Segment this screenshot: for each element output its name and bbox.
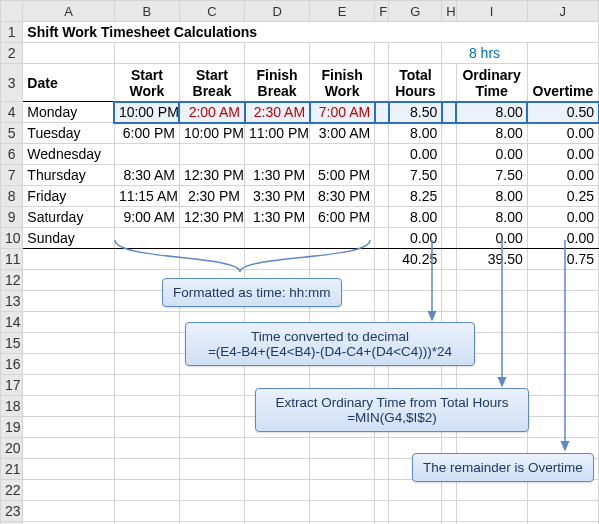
ordinary-cell[interactable]: 0.00 [456, 228, 527, 249]
row-header[interactable]: 12 [1, 270, 23, 291]
day-cell[interactable]: Thursday [23, 165, 115, 186]
cell[interactable] [23, 417, 115, 438]
cell[interactable] [23, 501, 115, 522]
day-cell[interactable]: Saturday [23, 207, 115, 228]
cell[interactable] [442, 123, 456, 144]
start-break-cell[interactable]: 10:00 PM [179, 123, 244, 144]
cell[interactable] [442, 64, 456, 102]
cell[interactable] [114, 333, 179, 354]
finish-break-cell[interactable]: 11:00 PM [245, 123, 310, 144]
cell[interactable] [114, 312, 179, 333]
cell[interactable] [23, 333, 115, 354]
cell[interactable] [114, 354, 179, 375]
cell[interactable] [527, 333, 598, 354]
start-work-cell[interactable]: 10:00 PM [114, 102, 179, 123]
cell[interactable] [245, 480, 310, 501]
ordinary-cell[interactable]: 8.00 [456, 102, 527, 123]
cell[interactable] [23, 375, 115, 396]
cell[interactable] [442, 102, 456, 123]
cell[interactable] [375, 123, 389, 144]
day-cell[interactable]: Sunday [23, 228, 115, 249]
row-header[interactable]: 7 [1, 165, 23, 186]
row-header[interactable]: 22 [1, 480, 23, 501]
cell[interactable] [310, 438, 375, 459]
cell[interactable] [375, 270, 389, 291]
row-header[interactable]: 21 [1, 459, 23, 480]
spreadsheet-grid[interactable]: A B C D E F G H I J 1Shift Work Timeshee… [0, 0, 599, 524]
cell[interactable] [114, 438, 179, 459]
row-header[interactable]: 5 [1, 123, 23, 144]
total-hours-cell[interactable]: 0.00 [389, 144, 442, 165]
finish-break-cell[interactable]: 2:30 AM [245, 102, 310, 123]
cell[interactable] [310, 249, 375, 270]
cell[interactable] [179, 43, 244, 64]
cell[interactable] [23, 249, 115, 270]
cell[interactable] [527, 43, 598, 64]
cell[interactable] [527, 270, 598, 291]
cell[interactable] [179, 375, 244, 396]
row-header[interactable]: 9 [1, 207, 23, 228]
cell[interactable] [527, 354, 598, 375]
cell[interactable] [456, 291, 527, 312]
cell[interactable] [23, 480, 115, 501]
cell[interactable] [245, 501, 310, 522]
cell[interactable] [527, 417, 598, 438]
day-cell[interactable]: Monday [23, 102, 115, 123]
cell[interactable] [245, 249, 310, 270]
row-header[interactable]: 23 [1, 501, 23, 522]
cell[interactable] [245, 438, 310, 459]
total-hours-cell[interactable]: 7.50 [389, 165, 442, 186]
cell[interactable] [375, 438, 389, 459]
cell[interactable] [442, 501, 456, 522]
cell[interactable] [375, 207, 389, 228]
cell[interactable] [456, 480, 527, 501]
col-header[interactable]: E [310, 1, 375, 22]
cell[interactable] [23, 312, 115, 333]
cell[interactable] [375, 459, 389, 480]
cell[interactable] [179, 417, 244, 438]
start-break-cell[interactable] [179, 144, 244, 165]
day-cell[interactable]: Friday [23, 186, 115, 207]
row-header[interactable]: 19 [1, 417, 23, 438]
cell[interactable] [527, 480, 598, 501]
cell[interactable] [375, 165, 389, 186]
cell[interactable] [310, 459, 375, 480]
overtime-cell[interactable]: 0.00 [527, 165, 598, 186]
col-header[interactable]: D [245, 1, 310, 22]
row-header[interactable]: 17 [1, 375, 23, 396]
col-header[interactable]: H [442, 1, 456, 22]
cell[interactable] [179, 438, 244, 459]
cell[interactable] [527, 375, 598, 396]
cell[interactable] [23, 354, 115, 375]
finish-work-cell[interactable] [310, 144, 375, 165]
cell[interactable] [114, 375, 179, 396]
cell[interactable] [442, 249, 456, 270]
day-cell[interactable]: Tuesday [23, 123, 115, 144]
start-break-cell[interactable] [179, 228, 244, 249]
cell[interactable] [442, 165, 456, 186]
start-work-cell[interactable] [114, 144, 179, 165]
cell[interactable] [23, 43, 115, 64]
column-header-row[interactable]: A B C D E F G H I J [1, 1, 599, 22]
callout-ordinary-formula[interactable]: Extract Ordinary Time from Total Hours =… [255, 388, 529, 432]
cell[interactable] [114, 43, 179, 64]
cell[interactable] [114, 501, 179, 522]
finish-work-cell[interactable]: 8:30 PM [310, 186, 375, 207]
overtime-cell[interactable]: 0.25 [527, 186, 598, 207]
row-header[interactable]: 4 [1, 102, 23, 123]
finish-work-cell[interactable]: 6:00 PM [310, 207, 375, 228]
col-header[interactable]: G [389, 1, 442, 22]
cell[interactable] [23, 396, 115, 417]
cell[interactable] [23, 270, 115, 291]
cell[interactable] [179, 249, 244, 270]
total-hours-cell[interactable]: 0.00 [389, 228, 442, 249]
cell[interactable] [456, 501, 527, 522]
row-header[interactable]: 20 [1, 438, 23, 459]
cell[interactable] [23, 459, 115, 480]
col-header[interactable]: A [23, 1, 115, 22]
cell[interactable] [179, 480, 244, 501]
ordinary-cell[interactable]: 8.00 [456, 186, 527, 207]
cell[interactable] [375, 228, 389, 249]
cell[interactable] [389, 270, 442, 291]
cell[interactable] [179, 459, 244, 480]
